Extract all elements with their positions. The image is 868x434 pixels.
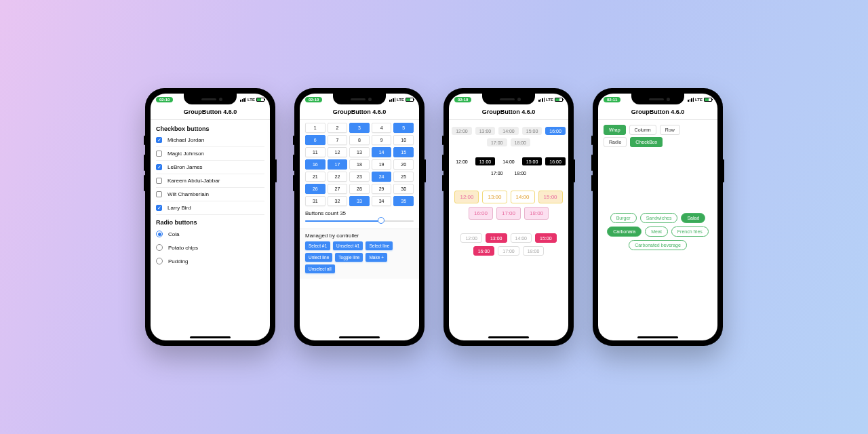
checkbox-row[interactable]: Michael Jordan [156, 134, 264, 147]
grid-cell[interactable]: 25 [393, 172, 414, 182]
grid-cell[interactable]: 20 [393, 159, 414, 170]
time-chip[interactable]: 18:00 [511, 169, 531, 177]
time-chip[interactable]: 17:00 [487, 138, 507, 146]
action-button[interactable]: Unlect line [305, 253, 332, 262]
time-chip[interactable]: 14:00 [498, 127, 519, 135]
checkbox-icon[interactable] [156, 137, 162, 143]
time-chip[interactable]: 16:00 [473, 246, 495, 256]
time-chip[interactable]: 16:00 [545, 157, 566, 165]
time-chip[interactable]: 14:00 [511, 191, 535, 203]
food-chip[interactable]: Sandwiches [640, 213, 678, 223]
grid-cell[interactable]: 12 [328, 147, 348, 157]
time-chip[interactable]: 17:00 [496, 207, 521, 220]
time-chip[interactable]: 16:00 [469, 207, 493, 220]
food-chip[interactable]: Meat [645, 226, 668, 237]
time-chip[interactable]: 13:00 [482, 191, 507, 203]
grid-cell[interactable]: 2 [328, 123, 348, 133]
food-chip[interactable]: Burger [610, 213, 637, 223]
time-chip[interactable]: 17:00 [487, 169, 507, 177]
grid-cell[interactable]: 26 [305, 184, 326, 194]
grid-cell[interactable]: 32 [328, 196, 348, 206]
option-chip[interactable]: Column [629, 125, 656, 135]
checkbox-icon[interactable] [156, 178, 162, 184]
option-chip[interactable]: Row [660, 125, 680, 135]
grid-cell[interactable]: 21 [305, 172, 326, 182]
option-chip[interactable]: Radio [604, 137, 627, 147]
grid-cell[interactable]: 23 [349, 172, 370, 182]
grid-cell[interactable]: 35 [393, 196, 414, 206]
radio-icon[interactable] [156, 231, 163, 237]
option-chip[interactable]: CheckBox [630, 137, 663, 147]
grid-cell[interactable]: 28 [349, 184, 370, 194]
grid-cell[interactable]: 13 [349, 147, 370, 157]
time-chip[interactable]: 18:00 [524, 207, 549, 220]
time-chip[interactable]: 14:00 [498, 157, 519, 165]
grid-cell[interactable]: 22 [328, 172, 348, 182]
action-button[interactable]: Toggle line [335, 253, 363, 262]
grid-cell[interactable]: 3 [349, 123, 370, 133]
radio-row[interactable]: Potato chips [156, 241, 264, 254]
time-chip[interactable]: 13:00 [475, 127, 496, 135]
grid-cell[interactable]: 34 [372, 196, 392, 206]
grid-cell[interactable]: 16 [305, 159, 326, 170]
grid-cell[interactable]: 8 [349, 135, 370, 145]
count-slider[interactable] [305, 218, 414, 224]
grid-cell[interactable]: 29 [372, 184, 392, 194]
time-chip[interactable]: 15:00 [538, 191, 563, 203]
action-button[interactable]: Select #1 [305, 241, 330, 250]
grid-cell[interactable]: 19 [372, 159, 392, 170]
time-chip[interactable]: 12:00 [454, 191, 479, 203]
time-chip[interactable]: 15:00 [522, 157, 542, 165]
grid-cell[interactable]: 30 [393, 184, 414, 194]
checkbox-row[interactable]: Kareem Abdul-Jabbar [156, 174, 264, 188]
time-chip[interactable]: 14:00 [511, 233, 532, 243]
time-chip[interactable]: 17:00 [498, 246, 519, 256]
checkbox-row[interactable]: Larry Bird [156, 201, 264, 215]
grid-cell[interactable]: 7 [328, 135, 348, 145]
action-button[interactable]: Unselect all [305, 264, 335, 273]
grid-cell[interactable]: 5 [393, 123, 414, 133]
time-chip[interactable]: 16:00 [545, 127, 566, 135]
time-chip[interactable]: 12:00 [452, 157, 472, 165]
grid-cell[interactable]: 31 [305, 196, 326, 206]
checkbox-icon[interactable] [156, 151, 162, 157]
grid-cell[interactable]: 4 [372, 123, 392, 133]
food-chip[interactable]: Salad [681, 213, 705, 223]
radio-icon[interactable] [156, 258, 163, 264]
time-chip[interactable]: 12:00 [460, 233, 482, 243]
food-chip[interactable]: Carbonara [607, 226, 642, 237]
grid-cell[interactable]: 10 [393, 135, 414, 145]
grid-cell[interactable]: 14 [372, 147, 392, 157]
time-chip[interactable]: 18:00 [523, 246, 545, 256]
grid-cell[interactable]: 24 [372, 172, 392, 182]
radio-row[interactable]: Cola [156, 227, 264, 241]
checkbox-icon[interactable] [156, 164, 162, 170]
time-chip[interactable]: 15:00 [522, 127, 542, 135]
grid-cell[interactable]: 9 [372, 135, 392, 145]
radio-row[interactable]: Pudding [156, 254, 264, 268]
time-chip[interactable]: 12:00 [452, 127, 472, 135]
time-chip[interactable]: 18:00 [511, 138, 531, 146]
action-button[interactable]: Select line [366, 241, 393, 250]
grid-cell[interactable]: 1 [305, 123, 326, 133]
food-chip[interactable]: Carbonated beverage [629, 240, 687, 250]
food-chip[interactable]: French fries [671, 226, 709, 237]
radio-icon[interactable] [156, 244, 163, 251]
checkbox-icon[interactable] [156, 205, 162, 211]
grid-cell[interactable]: 15 [393, 147, 414, 157]
checkbox-row[interactable]: Wilt Chamberlain [156, 188, 264, 201]
action-button[interactable]: Make + [366, 253, 387, 262]
grid-cell[interactable]: 17 [328, 159, 348, 170]
grid-cell[interactable]: 6 [305, 135, 326, 145]
grid-cell[interactable]: 11 [305, 147, 326, 157]
time-chip[interactable]: 13:00 [475, 157, 496, 165]
time-chip[interactable]: 15:00 [535, 233, 557, 243]
grid-cell[interactable]: 27 [328, 184, 348, 194]
checkbox-icon[interactable] [156, 191, 162, 197]
checkbox-row[interactable]: Magic Johnson [156, 147, 264, 161]
grid-cell[interactable]: 18 [349, 159, 370, 170]
checkbox-row[interactable]: LeBron James [156, 161, 264, 174]
option-chip[interactable]: Wrap [604, 125, 626, 135]
grid-cell[interactable]: 33 [349, 196, 370, 206]
action-button[interactable]: Unselect #1 [333, 241, 363, 250]
